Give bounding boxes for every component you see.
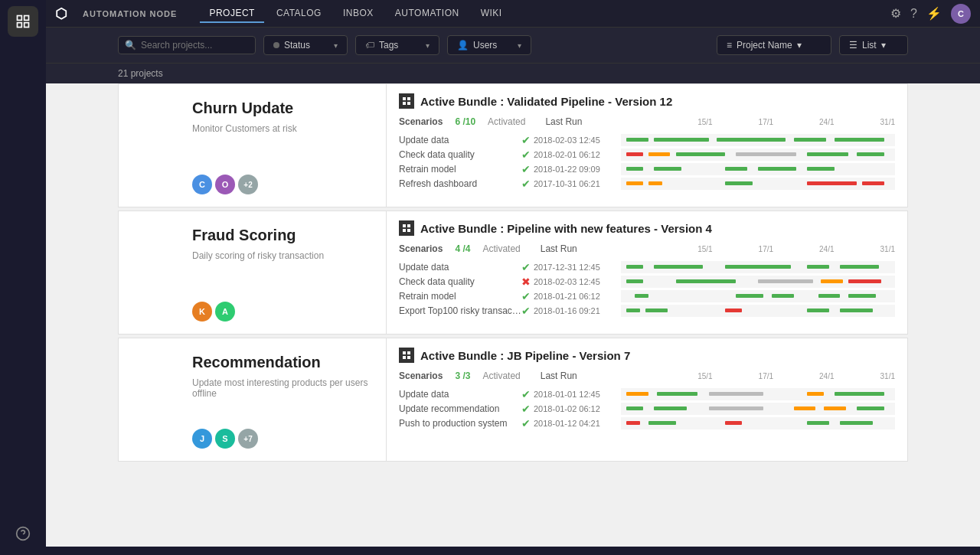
scenarios-activated-churn: Activated [488, 116, 525, 127]
search-icon: 🔍 [125, 40, 136, 51]
sc-name: Update data [399, 389, 521, 400]
side-icon-help[interactable] [8, 518, 38, 547]
sc-timeline [621, 290, 895, 302]
sc-name: Update data [399, 135, 521, 145]
sort-label: Project Name [737, 40, 792, 51]
nav-wiki[interactable]: WIKI [472, 5, 511, 23]
svg-rect-15 [407, 351, 410, 354]
status-ok-icon: ✔ [521, 134, 531, 146]
status-chevron: ▾ [334, 41, 338, 50]
sc-status: ✔ 2018-01-02 06:12 [521, 403, 621, 415]
settings-icon[interactable]: ⚙ [890, 6, 901, 21]
sc-name: Check data quality [399, 276, 521, 287]
bundle-header-rec: Active Bundle : JB Pipeline - Version 7 [399, 348, 895, 363]
user-avatar[interactable]: C [951, 4, 971, 24]
avatar-j[interactable]: J [192, 429, 212, 449]
svg-rect-9 [407, 102, 410, 105]
project-title-churn[interactable]: Churn Update [192, 100, 374, 117]
table-row: Check data quality ✔ 2018-02-01 06:12 [399, 148, 895, 162]
search-box[interactable]: 🔍 [118, 36, 256, 54]
svg-rect-13 [407, 229, 410, 232]
sc-status: ✔ 2018-01-16 09:21 [521, 305, 621, 317]
sc-timeline [621, 163, 895, 175]
scenarios-label-churn: Scenarios [399, 116, 443, 127]
list-icon: ☰ [849, 40, 858, 51]
sort-button[interactable]: ≡ Project Name ▾ [717, 35, 831, 55]
scenarios-row-churn: Scenarios 6 /10 Activated Last Run 15/1 … [399, 116, 895, 127]
side-icon-home[interactable] [8, 6, 38, 37]
table-row: Update data ✔ 2017-12-31 12:45 [399, 260, 895, 274]
bundle-title-fraud: Active Bundle : Pipeline with new featur… [420, 222, 712, 235]
sc-status: ✔ 2018-01-22 09:09 [521, 163, 621, 175]
nav-inbox[interactable]: INBOX [334, 5, 383, 23]
sc-timeline [621, 149, 895, 161]
sc-last-run: 2018-02-03 12:45 [534, 135, 600, 145]
scenarios-row-rec: Scenarios 3 /3 Activated Last Run 15/1 1… [399, 371, 895, 381]
project-info-fraud: Fraud Scoring Daily scoring of risky tra… [180, 211, 387, 334]
sc-status: ✔ 2017-10-31 06:21 [521, 178, 621, 190]
avatar-more-churn[interactable]: +2 [238, 175, 258, 194]
project-title-fraud[interactable]: Fraud Scoring [192, 227, 374, 244]
project-card-fraud: Fraud Scoring Daily scoring of risky tra… [118, 211, 908, 335]
users-filter[interactable]: 👤 Users ▾ [447, 35, 531, 55]
sc-last-run: 2018-01-21 06:12 [534, 292, 600, 301]
avatar-o[interactable]: O [215, 175, 235, 194]
nav-automation[interactable]: AUTOMATION [386, 5, 469, 23]
nav-catalog[interactable]: CATALOG [267, 5, 331, 23]
svg-rect-11 [407, 224, 410, 227]
activity-icon[interactable]: ⚡ [926, 6, 942, 21]
users-icon: 👤 [457, 40, 469, 51]
status-ok-icon: ✔ [521, 403, 531, 415]
status-ok-icon: ✔ [521, 178, 531, 190]
table-row: Push to production system ✔ 2018-01-12 0… [399, 416, 895, 430]
sort-icon: ≡ [727, 40, 732, 51]
scenarios-activated-rec: Activated [482, 371, 520, 381]
avatar-k[interactable]: K [192, 302, 212, 322]
project-info-churn: Churn Update Monitor Customers at risk C… [180, 84, 387, 207]
status-ok-icon: ✔ [521, 388, 531, 400]
nav-links: PROJECT CATALOG INBOX AUTOMATION WIKI [200, 5, 511, 23]
sc-name: Update recommendation [399, 403, 521, 414]
last-run-label-churn: Last Run [545, 116, 582, 127]
sc-status: ✔ 2018-02-03 12:45 [521, 134, 621, 146]
table-row: Update data ✔ 2018-02-03 12:45 [399, 133, 895, 147]
project-count-bar: 21 projects [46, 64, 980, 83]
sc-status: ✔ 2018-01-01 12:45 [521, 388, 621, 400]
sc-name: Check data quality [399, 149, 521, 160]
tags-chevron: ▾ [426, 41, 430, 50]
content-wrapper: ⬡ AUTOMATION NODE PROJECT CATALOG INBOX … [46, 0, 980, 547]
scenarios-label-fraud: Scenarios [399, 243, 443, 254]
bundle-icon-rec [399, 348, 414, 363]
scenarios-label-rec: Scenarios [399, 371, 443, 381]
scenarios-activated-fraud: Activated [482, 243, 520, 254]
help-icon[interactable]: ? [910, 7, 917, 21]
project-card-recommendation: Recommendation Update most interesting p… [118, 338, 908, 462]
nav-project[interactable]: PROJECT [200, 5, 264, 23]
project-avatars-rec: J S +7 [192, 429, 374, 449]
tags-filter[interactable]: 🏷 Tags ▾ [355, 35, 439, 55]
table-row: Update recommendation ✔ 2018-01-02 06:12 [399, 402, 895, 416]
sc-last-run: 2018-01-12 04:21 [534, 419, 600, 428]
search-input[interactable] [141, 40, 240, 51]
project-title-rec[interactable]: Recommendation [192, 354, 374, 371]
view-button[interactable]: ☰ List ▾ [839, 35, 908, 55]
project-avatars-churn: C O +2 [192, 175, 374, 194]
avatar-c[interactable]: C [192, 175, 212, 194]
sc-status: ✖ 2018-02-03 12:45 [521, 276, 621, 288]
scenarios-row-fraud: Scenarios 4 /4 Activated Last Run 15/1 1… [399, 243, 895, 254]
bundle-title-rec: Active Bundle : JB Pipeline - Version 7 [420, 349, 630, 362]
avatar-a[interactable]: A [215, 302, 235, 322]
sc-timeline [621, 305, 895, 317]
sc-timeline [621, 134, 895, 146]
avatar-s[interactable]: S [215, 429, 235, 449]
table-row: Refresh dashboard ✔ 2017-10-31 06:21 [399, 177, 895, 191]
nav-right: ⚙ ? ⚡ C [890, 4, 971, 24]
main-content: Churn Update Monitor Customers at risk C… [46, 83, 980, 547]
status-filter[interactable]: Status ▾ [263, 35, 348, 55]
top-nav: ⬡ AUTOMATION NODE PROJECT CATALOG INBOX … [46, 0, 980, 28]
bundle-header-fraud: Active Bundle : Pipeline with new featur… [399, 220, 895, 236]
svg-rect-0 [18, 16, 22, 21]
sc-name: Update data [399, 262, 521, 273]
avatar-more-rec[interactable]: +7 [238, 429, 258, 449]
status-ok-icon: ✔ [521, 290, 531, 302]
